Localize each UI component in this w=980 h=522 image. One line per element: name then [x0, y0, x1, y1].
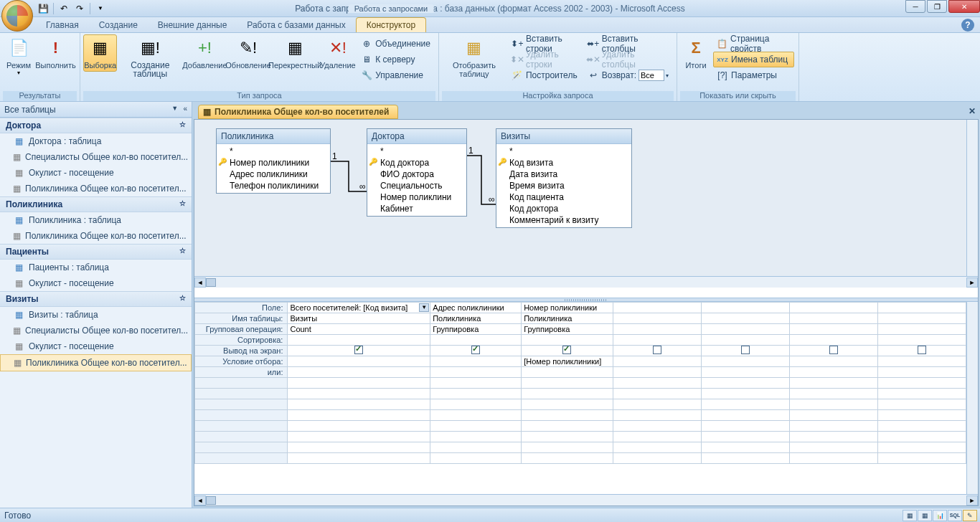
property-sheet-button[interactable]: 📋Страница свойств: [713, 36, 794, 52]
grid-cell[interactable]: [877, 399, 966, 410]
field-row[interactable]: *: [367, 146, 466, 157]
grid-cell[interactable]: [288, 346, 430, 356]
nav-group-header[interactable]: Пациенты☆: [0, 244, 192, 260]
datadef-button[interactable]: 🔧Управление: [357, 67, 434, 83]
field-row[interactable]: Код визита: [496, 157, 631, 169]
qat-save-icon[interactable]: 💾: [36, 1, 50, 16]
nav-item[interactable]: ▦Окулист - посещение: [0, 338, 192, 354]
passthrough-button[interactable]: 🖥К серверу: [357, 52, 434, 67]
grid-cell[interactable]: [701, 303, 789, 313]
nav-header[interactable]: Все таблицы ▼ «: [0, 102, 192, 118]
grid-cell[interactable]: [613, 303, 701, 313]
grid-cell[interactable]: [288, 367, 430, 378]
grid-cell[interactable]: Поликлиника: [522, 313, 613, 324]
grid-cell[interactable]: [877, 421, 966, 432]
grid-cell[interactable]: Адрес поликлиники: [430, 303, 522, 313]
tab-database-tools[interactable]: Работа с базами данных: [237, 18, 355, 32]
nav-item[interactable]: ▦Окулист - посещение: [0, 275, 192, 291]
grid-cell[interactable]: [789, 432, 877, 442]
table-names-button[interactable]: XYZИмена таблиц: [713, 52, 794, 67]
nav-item[interactable]: ▦Поликлиника Общее кол-во посетител...: [0, 228, 192, 244]
grid-cell[interactable]: [877, 313, 966, 324]
grid-cell[interactable]: [522, 453, 613, 464]
qat-customize-icon[interactable]: ▼: [93, 1, 108, 16]
grid-cell[interactable]: [613, 356, 701, 367]
grid-cell[interactable]: [613, 389, 701, 399]
grid-cell[interactable]: [522, 378, 613, 389]
pivot-table-view-button[interactable]: ▦: [918, 510, 932, 521]
grid-cell[interactable]: [288, 432, 430, 442]
design-grid[interactable]: Поле:Всего посетителей: [Код визита]▼Адр…: [194, 302, 966, 464]
grid-cell[interactable]: [789, 442, 877, 453]
qat-redo-icon[interactable]: ↷: [72, 1, 87, 16]
grid-cell[interactable]: [522, 389, 613, 399]
field-row[interactable]: Код пациента: [496, 191, 631, 203]
show-checkbox[interactable]: [471, 346, 480, 354]
scroll-left-icon[interactable]: ◄: [194, 495, 206, 506]
show-checkbox[interactable]: [829, 346, 838, 354]
grid-cell[interactable]: [701, 356, 789, 367]
grid-cell[interactable]: [430, 356, 522, 367]
table-header[interactable]: Поликлиника: [217, 129, 330, 144]
nav-item[interactable]: ▦Поликлиника Общее кол-во посетител...: [0, 181, 192, 196]
nav-dropdown-icon[interactable]: ▼: [171, 105, 178, 115]
nav-item[interactable]: ▦Визиты : таблица: [0, 307, 192, 323]
grid-cell[interactable]: [430, 432, 522, 442]
tab-create[interactable]: Создание: [89, 18, 148, 32]
table-box[interactable]: Поликлиника*Номер поликлиникиАдрес полик…: [216, 128, 331, 194]
grid-cell[interactable]: [877, 346, 966, 356]
grid-cell[interactable]: Всего посетителей: [Код визита]▼: [288, 303, 430, 313]
nav-item[interactable]: ▦Специалисты Общее кол-во посетител...: [0, 323, 192, 338]
pivot-chart-view-button[interactable]: 📊: [933, 510, 947, 521]
grid-cell[interactable]: [522, 346, 613, 356]
grid-cell[interactable]: [789, 367, 877, 378]
grid-cell[interactable]: [613, 313, 701, 324]
document-close-button[interactable]: ✕: [967, 106, 977, 116]
show-checkbox[interactable]: [562, 346, 571, 354]
relationship-line[interactable]: 1∞: [467, 153, 496, 207]
grid-cell[interactable]: [701, 346, 789, 356]
builder-button[interactable]: 🪄Построитель: [508, 67, 581, 83]
field-row[interactable]: Адрес поликлиники: [217, 169, 330, 180]
grid-cell[interactable]: [522, 432, 613, 442]
scroll-left-icon[interactable]: ◄: [194, 277, 206, 288]
grid-cell[interactable]: Номер поликлиники: [522, 303, 613, 313]
field-row[interactable]: ФИО доктора: [367, 169, 466, 180]
grid-cell[interactable]: [877, 335, 966, 346]
grid-cell[interactable]: [288, 389, 430, 399]
relationship-line[interactable]: 1∞: [331, 158, 367, 194]
show-checkbox[interactable]: [918, 346, 926, 354]
grid-cell[interactable]: [430, 453, 522, 464]
horizontal-scrollbar[interactable]: ◄ ►: [194, 276, 978, 288]
field-row[interactable]: Время визита: [496, 180, 631, 191]
show-checkbox[interactable]: [741, 346, 750, 354]
show-table-button[interactable]: ▦ Отобразить таблицу: [442, 34, 507, 80]
field-row[interactable]: Код доктора: [496, 203, 631, 214]
grid-cell[interactable]: [789, 421, 877, 432]
grid-cell[interactable]: Count: [288, 324, 430, 335]
grid-cell[interactable]: [789, 453, 877, 464]
close-button[interactable]: ✕: [948, 0, 980, 13]
grid-cell[interactable]: [430, 410, 522, 421]
grid-cell[interactable]: [430, 421, 522, 432]
grid-cell[interactable]: [522, 442, 613, 453]
append-button[interactable]: +! Добавление: [183, 34, 226, 72]
grid-cell[interactable]: [701, 442, 789, 453]
tab-home[interactable]: Главная: [36, 18, 89, 32]
grid-cell[interactable]: [430, 346, 522, 356]
grid-cell[interactable]: Группировка: [430, 324, 522, 335]
grid-cell[interactable]: [288, 356, 430, 367]
return-input[interactable]: [639, 70, 664, 81]
grid-cell[interactable]: [288, 421, 430, 432]
delete-button[interactable]: ✕! Удаление: [320, 34, 357, 72]
grid-cell[interactable]: [701, 399, 789, 410]
maximize-button[interactable]: ❐: [927, 0, 947, 13]
union-button[interactable]: ⊕Объединение: [357, 36, 434, 52]
field-row[interactable]: Код доктора: [367, 157, 466, 169]
grid-cell[interactable]: [701, 432, 789, 442]
grid-cell[interactable]: [877, 410, 966, 421]
totals-button[interactable]: Σ Итоги: [680, 34, 712, 72]
grid-cell[interactable]: [789, 303, 877, 313]
grid-cell[interactable]: [522, 410, 613, 421]
grid-cell[interactable]: [522, 399, 613, 410]
